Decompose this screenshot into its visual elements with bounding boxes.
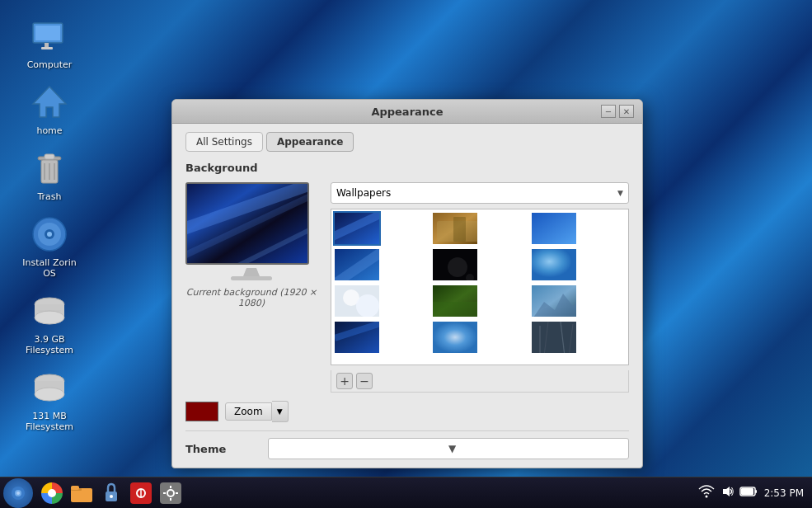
- add-wallpaper-button[interactable]: +: [336, 373, 353, 389]
- computer-icon-label: Computer: [27, 59, 73, 70]
- theme-row: Theme ▼: [185, 430, 629, 459]
- filesystem2-icon: [30, 368, 69, 407]
- zoom-button[interactable]: Zoom: [225, 402, 272, 421]
- svg-marker-4: [33, 87, 66, 117]
- install-icon: [30, 214, 69, 254]
- monitor-stand: [243, 268, 260, 276]
- wallpaper-grid: [331, 209, 628, 356]
- svg-rect-47: [433, 322, 477, 353]
- wallpaper-thumb-12[interactable]: [530, 320, 578, 355]
- background-section-label: Background: [185, 162, 629, 174]
- svg-rect-3: [41, 47, 53, 49]
- zoom-dropdown-arrow[interactable]: ▼: [272, 401, 289, 422]
- tab-all-settings[interactable]: All Settings: [185, 132, 263, 152]
- svg-rect-37: [532, 249, 576, 280]
- wallpaper-thumb-10[interactable]: [333, 320, 381, 355]
- wallpaper-thumb-5[interactable]: [431, 247, 479, 282]
- taskbar: 2:53 PM: [0, 477, 812, 508]
- trash-icon: [30, 148, 69, 188]
- svg-rect-73: [755, 490, 757, 493]
- battery-icon[interactable]: [739, 486, 758, 500]
- lock-icon: [102, 482, 120, 504]
- filesystem1-icon-label: 3.9 GB Filesystem: [16, 334, 82, 355]
- svg-rect-30: [453, 217, 466, 242]
- wallpaper-thumb-7[interactable]: [333, 284, 381, 318]
- wallpaper-thumb-11[interactable]: [431, 320, 479, 355]
- color-swatch[interactable]: [185, 402, 218, 421]
- filesystem2-icon-label: 131 MB Filesystem: [16, 411, 82, 432]
- wallpaper-grid-container[interactable]: [331, 209, 629, 365]
- desktop-icon-install[interactable]: Install Zorin OS: [16, 214, 82, 279]
- svg-rect-10: [45, 154, 54, 159]
- svg-point-40: [356, 294, 379, 317]
- taskbar-settings-button[interactable]: [157, 479, 185, 507]
- dialog-title: Appearance: [214, 106, 601, 118]
- volume-icon[interactable]: [720, 485, 735, 501]
- dialog-controls: − ✕: [601, 105, 634, 118]
- desktop-icon-computer[interactable]: Computer: [16, 16, 82, 70]
- appearance-dialog: Appearance − ✕ All Settings Appearance B…: [171, 99, 643, 468]
- desktop-icons: Computer home Trash: [16, 16, 82, 432]
- add-remove-bar: + −: [331, 370, 629, 393]
- wallpaper-thumb-2[interactable]: [431, 211, 479, 246]
- dialog-titlebar: Appearance − ✕: [172, 100, 642, 124]
- preview-monitor: Current background (1920 × 1080): [185, 182, 317, 393]
- taskbar-clock: 2:53 PM: [764, 487, 804, 499]
- svg-rect-1: [35, 26, 60, 40]
- dialog-content: All Settings Appearance Background: [172, 124, 642, 468]
- computer-icon: [30, 16, 69, 56]
- wallpaper-thumb-3[interactable]: [530, 211, 578, 246]
- minimize-button[interactable]: −: [601, 105, 616, 118]
- theme-section-label: Theme: [185, 443, 268, 455]
- wallpaper-thumb-1[interactable]: [333, 211, 381, 246]
- color-zoom-row: Zoom ▼: [185, 401, 629, 422]
- taskbar-chrome-button[interactable]: [38, 479, 66, 507]
- desktop-icon-filesystem1[interactable]: 3.9 GB Filesystem: [16, 291, 82, 355]
- filesystem1-icon: [30, 291, 69, 331]
- svg-point-14: [47, 232, 52, 237]
- svg-point-55: [16, 492, 20, 495]
- zoom-dropdown: Zoom ▼: [225, 401, 289, 422]
- taskbar-software-button[interactable]: [127, 479, 155, 507]
- trash-icon-label: Trash: [37, 191, 61, 202]
- home-icon-label: home: [36, 125, 62, 136]
- svg-rect-74: [741, 488, 753, 495]
- sys-tray: [698, 485, 758, 501]
- svg-rect-31: [532, 213, 576, 244]
- monitor-base: [231, 276, 272, 280]
- wallpaper-thumb-4[interactable]: [333, 247, 381, 282]
- theme-dropdown[interactable]: ▼: [268, 438, 629, 459]
- desktop-icon-filesystem2[interactable]: 131 MB Filesystem: [16, 368, 82, 432]
- software-icon: [130, 482, 152, 504]
- settings-icon: [160, 482, 181, 504]
- svg-rect-42: [433, 302, 477, 317]
- start-button[interactable]: [3, 478, 33, 508]
- taskbar-right: 2:53 PM: [698, 485, 812, 501]
- remove-wallpaper-button[interactable]: −: [356, 373, 373, 389]
- wallpaper-thumb-6[interactable]: [530, 247, 578, 282]
- wallpaper-thumb-8[interactable]: [431, 284, 479, 318]
- close-button[interactable]: ✕: [619, 105, 634, 118]
- taskbar-lock-button[interactable]: [97, 479, 125, 507]
- monitor-screen: [185, 182, 309, 265]
- wallpaper-thumb-9[interactable]: [530, 284, 578, 318]
- wallpaper-selector: Wallpapers ▼: [331, 182, 629, 393]
- svg-marker-71: [723, 487, 730, 496]
- taskbar-apps: [38, 479, 185, 507]
- wallpaper-dropdown-label: Wallpapers: [336, 187, 617, 199]
- desktop-icon-home[interactable]: home: [16, 82, 82, 136]
- network-icon[interactable]: [698, 485, 715, 501]
- home-icon: [30, 82, 69, 122]
- wallpaper-dropdown-arrow: ▼: [617, 189, 623, 197]
- svg-point-70: [705, 496, 707, 498]
- taskbar-files-button[interactable]: [68, 479, 96, 507]
- svg-point-35: [448, 257, 467, 277]
- tab-appearance[interactable]: Appearance: [266, 132, 354, 152]
- svg-rect-58: [71, 486, 79, 490]
- chrome-icon: [41, 482, 63, 504]
- tabs-bar: All Settings Appearance: [185, 132, 629, 152]
- background-row: Current background (1920 × 1080) Wallpap…: [185, 182, 629, 393]
- wallpaper-dropdown[interactable]: Wallpapers ▼: [331, 182, 629, 204]
- theme-dropdown-arrow: ▼: [448, 443, 625, 454]
- desktop-icon-trash[interactable]: Trash: [16, 148, 82, 202]
